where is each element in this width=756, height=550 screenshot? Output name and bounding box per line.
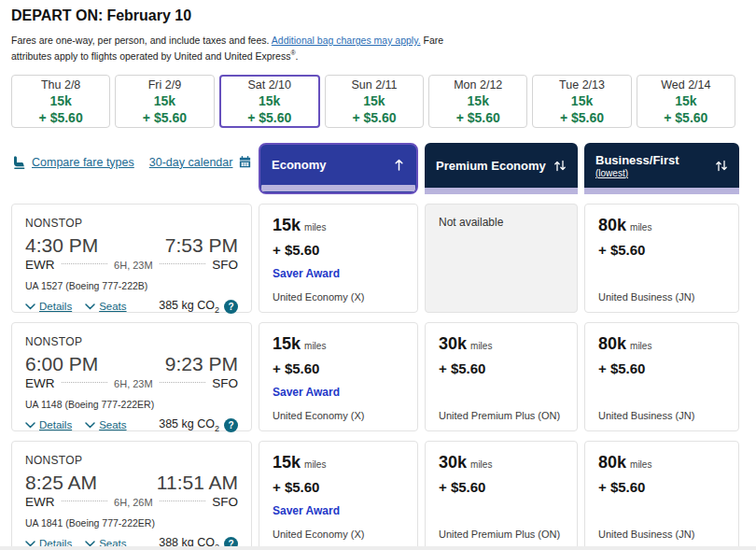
route-leader-line [160, 263, 206, 264]
date-tab-miles: 15k [49, 93, 71, 110]
co2-value: 385 kg CO [159, 299, 215, 312]
fare-product: United Premium Plus (ON) [439, 410, 560, 421]
destination-code: SFO [212, 495, 238, 509]
date-tab-fee: + $5.60 [352, 110, 396, 127]
header-accent-strip [425, 188, 578, 194]
column-header-premium-economy[interactable]: Premium Economy [425, 143, 578, 194]
fare-product: United Premium Plus (ON) [439, 529, 560, 540]
fare-miles-unit: miles [304, 222, 326, 233]
date-tab-miles: 15k [259, 93, 280, 110]
arrival-time: 9:23 PM [165, 353, 238, 375]
stops-label: NONSTOP [25, 454, 238, 467]
fare-fee: + $5.60 [273, 479, 404, 495]
fare-product: United Business (JN) [598, 410, 694, 421]
fare-miles-unit: miles [630, 341, 651, 351]
fare-miles-unit: miles [470, 459, 492, 470]
fare-fee: + $5.60 [273, 360, 404, 376]
fare-cell-business-first[interactable]: 80k miles + $5.60 United Business (JN) [584, 204, 739, 313]
fare-fee: + $5.60 [598, 360, 725, 376]
results-grid: Compare fare types 30-day calendar Econo… [11, 143, 747, 550]
date-tab-thu-2-8[interactable]: Thu 2/8 15k + $5.60 [11, 75, 110, 128]
flight-duration: 6H, 23M [114, 260, 153, 271]
saver-award-link[interactable]: Saver Award [273, 386, 340, 399]
header-accent-strip [584, 188, 739, 194]
saver-award-link[interactable]: Saver Award [273, 267, 340, 280]
co2-info-icon[interactable]: ? [224, 418, 238, 432]
fare-product: United Economy (X) [273, 291, 364, 303]
fare-miles: 80k [598, 334, 626, 354]
fare-miles: 30k [439, 334, 467, 354]
saver-award-link[interactable]: Saver Award [273, 504, 340, 517]
seats-label: Seats [99, 419, 126, 430]
fare-fee: + $5.60 [598, 242, 725, 258]
details-toggle[interactable]: Details [25, 301, 72, 312]
fare-fee: + $5.60 [439, 360, 564, 376]
fare-product: United Economy (X) [273, 410, 364, 421]
column-sublabel-lowest[interactable]: (lowest) [595, 168, 679, 178]
flight-duration: 6H, 23M [114, 378, 153, 389]
fare-miles-unit: miles [470, 341, 492, 351]
date-tab-mon-2-12[interactable]: Mon 2/12 15k + $5.60 [428, 75, 527, 128]
date-tab-sun-2-11[interactable]: Sun 2/11 15k + $5.60 [325, 75, 424, 128]
fare-product: United Business (JN) [598, 529, 694, 540]
date-tab-day: Wed 2/14 [661, 78, 710, 92]
destination-code: SFO [212, 258, 238, 272]
fare-miles: 80k [598, 216, 626, 235]
route-leader-line [62, 501, 108, 501]
date-tab-miles: 15k [468, 93, 489, 110]
disclaimer-text: . [296, 49, 299, 61]
date-tab-fee: + $5.60 [247, 110, 291, 127]
date-tab-day: Sun 2/11 [351, 78, 397, 92]
column-label: Economy [272, 158, 327, 172]
fare-miles-unit: miles [630, 459, 651, 470]
origin-code: EWR [25, 258, 55, 272]
route-leader-line [160, 501, 206, 501]
arrival-time: 7:53 PM [165, 234, 238, 257]
seat-icon [11, 155, 26, 170]
fare-miles: 15k [273, 216, 301, 235]
chevron-down-icon [85, 422, 95, 429]
sort-ascending-icon [393, 158, 405, 172]
fare-cell-business-first[interactable]: 80k miles + $5.60 United Business (JN) [584, 441, 739, 550]
column-header-business-first[interactable]: Business/First (lowest) [584, 143, 739, 194]
date-tab-day: Fri 2/9 [148, 78, 181, 92]
fare-cell-premium-economy[interactable]: 30k miles + $5.60 United Premium Plus (O… [425, 322, 578, 431]
depart-on-label: DEPART ON: [11, 7, 103, 23]
co2-emissions: 385 kg CO2 ? [159, 299, 238, 315]
fare-fee: + $5.60 [598, 479, 725, 495]
fare-miles: 30k [439, 453, 467, 472]
date-tab-day: Sat 2/10 [247, 78, 291, 92]
fare-miles: 15k [273, 334, 301, 354]
fare-fee: + $5.60 [439, 479, 564, 495]
fare-cell-economy[interactable]: 15k miles + $5.60 Saver Award United Eco… [259, 204, 418, 313]
date-tab-tue-2-13[interactable]: Tue 2/13 15k + $5.60 [532, 75, 631, 128]
thirty-day-calendar-link[interactable]: 30-day calendar [149, 156, 233, 169]
fare-cell-business-first[interactable]: 80k miles + $5.60 United Business (JN) [584, 322, 739, 431]
fare-miles-unit: miles [304, 341, 326, 351]
seats-label: Seats [99, 301, 126, 312]
date-tab-fee: + $5.60 [664, 110, 707, 127]
departure-time: 4:30 PM [25, 234, 98, 257]
fare-product: United Business (JN) [598, 291, 694, 303]
co2-info-icon[interactable]: ? [224, 300, 238, 314]
date-tab-sat-2-10-selected[interactable]: Sat 2/10 15k + $5.60 [219, 75, 320, 128]
co2-subscript: 2 [215, 305, 219, 315]
compare-fare-types-link[interactable]: Compare fare types [32, 156, 134, 169]
fare-disclaimer: Fares are one-way, per person, and inclu… [11, 34, 483, 63]
route-leader-line [62, 263, 108, 264]
depart-date: February 10 [106, 7, 191, 23]
column-header-economy[interactable]: Economy [259, 143, 418, 194]
details-toggle[interactable]: Details [25, 419, 72, 430]
bag-charges-link[interactable]: Additional bag charges may apply. [272, 35, 421, 46]
date-tab-fee: + $5.60 [39, 110, 83, 127]
fare-cell-premium-economy[interactable]: 30k miles + $5.60 United Premium Plus (O… [425, 441, 578, 550]
date-tab-fri-2-9[interactable]: Fri 2/9 15k + $5.60 [115, 75, 214, 128]
arrival-time: 11:51 AM [157, 472, 238, 494]
seats-toggle[interactable]: Seats [85, 419, 126, 430]
seats-toggle[interactable]: Seats [85, 301, 126, 312]
fare-miles-unit: miles [630, 222, 651, 233]
date-tab-wed-2-14[interactable]: Wed 2/14 15k + $5.60 [637, 75, 735, 128]
fare-cell-economy[interactable]: 15k miles + $5.60 Saver Award United Eco… [259, 322, 418, 431]
fare-cell-premium-economy-unavailable: Not available [425, 204, 578, 313]
fare-cell-economy[interactable]: 15k miles + $5.60 Saver Award United Eco… [259, 441, 418, 550]
